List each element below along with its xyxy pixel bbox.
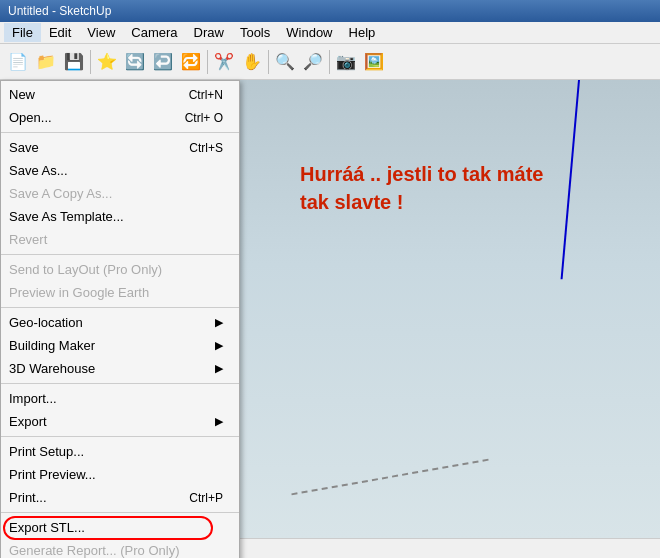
- toolbar-icon-9[interactable]: ✋: [238, 48, 266, 76]
- menu-item-save-as[interactable]: Save As...: [1, 159, 239, 182]
- menu-item-revert[interactable]: Revert: [1, 228, 239, 251]
- toolbar: 📄 📁 💾 ⭐ 🔄 ↩️ 🔁 ✂️ ✋ 🔍 🔎 📷 🖼️: [0, 44, 660, 80]
- separator-1: [1, 132, 239, 133]
- menu-item-print[interactable]: Print... Ctrl+P: [1, 486, 239, 509]
- toolbar-icon-7[interactable]: 🔁: [177, 48, 205, 76]
- toolbar-icon-2[interactable]: 📁: [32, 48, 60, 76]
- toolbar-icon-12[interactable]: 📷: [332, 48, 360, 76]
- toolbar-icon-11[interactable]: 🔎: [299, 48, 327, 76]
- separator-6: [1, 512, 239, 513]
- menu-bar: File Edit View Camera Draw Tools Window …: [0, 22, 660, 44]
- menu-item-print-setup[interactable]: Print Setup...: [1, 440, 239, 463]
- menu-item-generate-report[interactable]: Generate Report... (Pro Only): [1, 539, 239, 558]
- menu-file[interactable]: File: [4, 23, 41, 42]
- separator-4: [1, 383, 239, 384]
- menu-draw[interactable]: Draw: [186, 23, 232, 42]
- toolbar-icon-3[interactable]: 💾: [60, 48, 88, 76]
- toolbar-divider-1: [90, 50, 91, 74]
- menu-window[interactable]: Window: [278, 23, 340, 42]
- menu-item-send-layout[interactable]: Send to LayOut (Pro Only): [1, 258, 239, 281]
- toolbar-icon-1[interactable]: 📄: [4, 48, 32, 76]
- celebration-text: Hurráá .. jestli to tak mátetak slavte !: [300, 160, 543, 216]
- toolbar-divider-4: [329, 50, 330, 74]
- menu-item-building-maker[interactable]: Building Maker ▶: [1, 334, 239, 357]
- toolbar-icon-10[interactable]: 🔍: [271, 48, 299, 76]
- separator-3: [1, 307, 239, 308]
- menu-camera[interactable]: Camera: [123, 23, 185, 42]
- menu-item-save-copy-as[interactable]: Save A Copy As...: [1, 182, 239, 205]
- toolbar-icon-5[interactable]: 🔄: [121, 48, 149, 76]
- toolbar-icon-13[interactable]: 🖼️: [360, 48, 388, 76]
- separator-2: [1, 254, 239, 255]
- separator-5: [1, 436, 239, 437]
- toolbar-icon-6[interactable]: ↩️: [149, 48, 177, 76]
- menu-item-import[interactable]: Import...: [1, 387, 239, 410]
- canvas-dashed-line: [291, 459, 488, 496]
- menu-item-export[interactable]: Export ▶: [1, 410, 239, 433]
- menu-item-save[interactable]: Save Ctrl+S: [1, 136, 239, 159]
- menu-item-open[interactable]: Open... Ctrl+ O: [1, 106, 239, 129]
- menu-item-preview-earth[interactable]: Preview in Google Earth: [1, 281, 239, 304]
- toolbar-icon-4[interactable]: ⭐: [93, 48, 121, 76]
- menu-item-new[interactable]: New Ctrl+N: [1, 83, 239, 106]
- menu-item-3d-warehouse[interactable]: 3D Warehouse ▶: [1, 357, 239, 380]
- menu-item-save-template[interactable]: Save As Template...: [1, 205, 239, 228]
- export-stl-wrapper: Export STL...: [1, 516, 239, 539]
- canvas-area: Hurráá .. jestli to tak mátetak slavte !: [240, 80, 660, 538]
- toolbar-divider-3: [268, 50, 269, 74]
- menu-tools[interactable]: Tools: [232, 23, 278, 42]
- title-bar-text: Untitled - SketchUp: [8, 4, 111, 18]
- toolbar-icon-8[interactable]: ✂️: [210, 48, 238, 76]
- menu-item-print-preview[interactable]: Print Preview...: [1, 463, 239, 486]
- menu-item-geo-location[interactable]: Geo-location ▶: [1, 311, 239, 334]
- menu-view[interactable]: View: [79, 23, 123, 42]
- main-area: New Ctrl+N Open... Ctrl+ O Save Ctrl+S S…: [0, 80, 660, 538]
- menu-help[interactable]: Help: [341, 23, 384, 42]
- title-bar: Untitled - SketchUp: [0, 0, 660, 22]
- menu-item-export-stl[interactable]: Export STL...: [1, 516, 239, 539]
- menu-edit[interactable]: Edit: [41, 23, 79, 42]
- canvas-blue-line: [561, 80, 580, 279]
- toolbar-divider-2: [207, 50, 208, 74]
- file-dropdown-menu: New Ctrl+N Open... Ctrl+ O Save Ctrl+S S…: [0, 80, 240, 558]
